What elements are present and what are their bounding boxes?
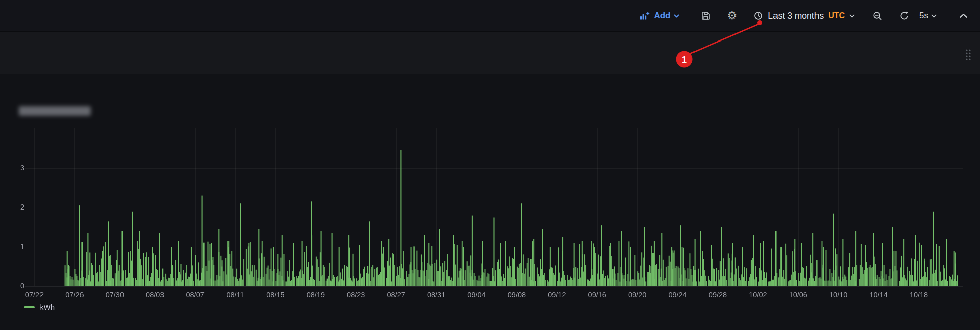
x-tick-label: 07/22 xyxy=(13,291,56,299)
x-tick-label: 08/19 xyxy=(295,291,337,299)
bar-chart-add-icon xyxy=(639,11,650,21)
gear-icon: ⚙ xyxy=(727,10,737,21)
chevron-down-icon xyxy=(849,14,855,18)
timezone-label: UTC xyxy=(828,11,845,20)
refresh-button[interactable] xyxy=(897,8,911,24)
time-range-picker[interactable]: Last 3 months UTC xyxy=(751,8,857,24)
x-tick-label: 09/16 xyxy=(576,291,619,299)
legend[interactable]: kWh xyxy=(24,303,55,311)
x-tick-label: 10/06 xyxy=(777,291,820,299)
x-tick-label: 09/12 xyxy=(536,291,578,299)
y-tick-label: 3 xyxy=(7,163,24,172)
chevron-down-icon xyxy=(674,14,679,18)
x-tick-label: 08/23 xyxy=(335,291,377,299)
refresh-interval-label: 5s xyxy=(919,11,928,21)
y-tick-label: 2 xyxy=(7,203,24,211)
y-tick-label: 1 xyxy=(7,242,24,251)
x-tick-label: 08/07 xyxy=(174,291,217,299)
dashboard-settings-button[interactable]: ⚙ xyxy=(725,7,739,24)
x-tick-label: 08/03 xyxy=(134,291,176,299)
x-tick-label: 08/27 xyxy=(375,291,418,299)
x-tick-label: 09/24 xyxy=(657,291,699,299)
x-tick-label: 09/20 xyxy=(616,291,659,299)
clock-icon xyxy=(753,11,763,21)
legend-series-swatch xyxy=(24,306,35,308)
zoom-out-button[interactable] xyxy=(870,8,885,24)
y-tick-label: 0 xyxy=(7,282,24,290)
x-tick-label: 09/04 xyxy=(456,291,498,299)
add-button[interactable]: Add xyxy=(637,8,681,24)
dashboard-toolbar: Add ⚙ Last 3 months UTC xyxy=(0,0,980,31)
save-dashboard-button[interactable] xyxy=(699,8,713,24)
x-tick-label: 07/30 xyxy=(94,291,136,299)
x-tick-label: 08/11 xyxy=(214,291,257,299)
x-tick-label: 10/10 xyxy=(817,291,860,299)
save-icon xyxy=(701,11,711,21)
chevron-up-icon xyxy=(959,13,968,18)
collapse-toolbar-button[interactable] xyxy=(957,10,970,21)
drag-handle-icon[interactable] xyxy=(965,48,972,63)
x-tick-label: 08/15 xyxy=(254,291,297,299)
chevron-down-icon xyxy=(931,14,937,18)
x-tick-label: 10/14 xyxy=(858,291,900,299)
x-tick-label: 09/28 xyxy=(697,291,739,299)
time-range-label: Last 3 months xyxy=(768,11,824,21)
x-tick-label: 10/02 xyxy=(737,291,779,299)
x-tick-label: 07/26 xyxy=(53,291,96,299)
legend-series-label: kWh xyxy=(39,303,55,311)
refresh-icon xyxy=(899,11,909,21)
x-tick-label: 09/08 xyxy=(496,291,538,299)
refresh-interval-dropdown[interactable]: 5s xyxy=(917,8,939,24)
add-button-label: Add xyxy=(654,11,670,21)
x-tick-label: 10/18 xyxy=(897,291,940,299)
x-tick-label: 08/31 xyxy=(415,291,458,299)
panel-row xyxy=(0,31,980,74)
zoom-out-icon xyxy=(872,11,883,21)
